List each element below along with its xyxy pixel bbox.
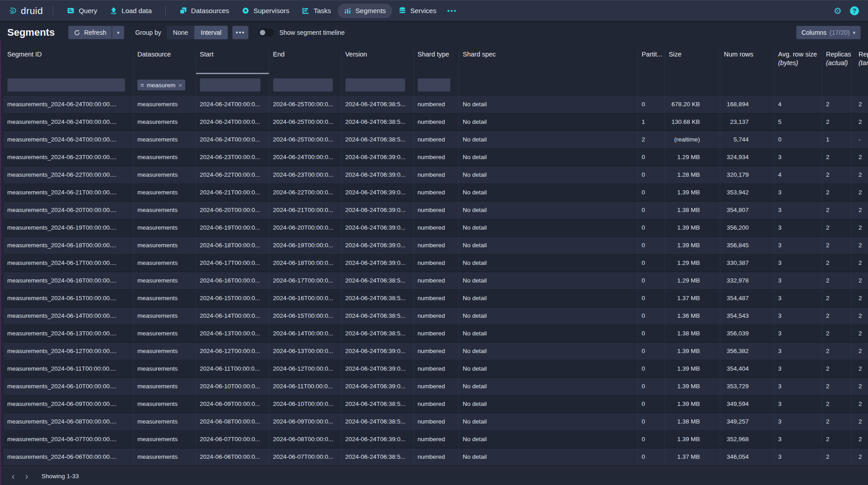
table-row[interactable]: measurements_2024-06-23T00:00:00.... mea… xyxy=(4,149,868,166)
nav-item-tasks[interactable]: Tasks xyxy=(296,4,337,18)
version-cell: 2024-06-24T06:39:0... xyxy=(342,254,414,272)
refresh-button[interactable]: Refresh xyxy=(68,26,112,39)
datasource-cell: measurements xyxy=(134,448,196,466)
nav-more-button[interactable]: ••• xyxy=(443,7,462,14)
column-header-version[interactable]: Version xyxy=(342,50,414,74)
table-row[interactable]: measurements_2024-06-06T00:00:00.... mea… xyxy=(4,448,868,466)
column-header-end[interactable]: End xyxy=(269,50,342,74)
size-cell: 678.20 KB xyxy=(665,96,720,113)
avg-row-size-cell: 3 xyxy=(774,307,822,325)
group-by-interval-button[interactable]: Interval xyxy=(194,26,228,39)
table-row[interactable]: measurements_2024-06-24T00:00:00.... mea… xyxy=(4,131,868,149)
shard-type-filter-input[interactable] xyxy=(418,78,450,92)
group-by-none-button[interactable]: None xyxy=(167,26,194,39)
segment-id-cell[interactable]: measurements_2024-06-12T00:00:00.... xyxy=(4,343,134,360)
size-cell: 1.29 MB xyxy=(665,254,720,272)
segment-id-cell[interactable]: measurements_2024-06-23T00:00:00.... xyxy=(4,149,134,166)
table-row[interactable]: measurements_2024-06-22T00:00:00.... mea… xyxy=(4,166,868,184)
segment-id-filter-input[interactable] xyxy=(7,78,125,92)
previous-page-button[interactable]: ‹ xyxy=(6,470,20,483)
table-row[interactable]: measurements_2024-06-17T00:00:00.... mea… xyxy=(4,254,868,272)
datasource-cell: measurements xyxy=(134,325,196,342)
start-filter-input[interactable] xyxy=(200,78,261,92)
settings-gear-icon[interactable]: ⚙ xyxy=(834,6,842,15)
table-row[interactable]: measurements_2024-06-24T00:00:00.... mea… xyxy=(4,113,868,131)
show-segment-timeline-toggle[interactable] xyxy=(258,28,274,37)
segment-id-cell[interactable]: measurements_2024-06-09T00:00:00.... xyxy=(4,396,134,413)
segment-id-cell[interactable]: measurements_2024-06-24T00:00:00.... xyxy=(4,96,134,113)
num-rows-cell: 354,404 xyxy=(720,360,774,377)
nav-item-segments[interactable]: Segments xyxy=(338,4,393,18)
nav-item-services[interactable]: Services xyxy=(392,4,443,18)
segment-id-cell[interactable]: measurements_2024-06-10T00:00:00.... xyxy=(4,378,134,395)
showing-status: Showing 1-33 xyxy=(42,473,79,480)
table-row[interactable]: measurements_2024-06-08T00:00:00.... mea… xyxy=(4,413,868,431)
table-row[interactable]: measurements_2024-06-09T00:00:00.... mea… xyxy=(4,396,868,413)
table-row[interactable]: measurements_2024-06-24T00:00:00.... mea… xyxy=(4,96,868,113)
help-icon[interactable]: ? xyxy=(850,6,859,15)
nav-item-label: Services xyxy=(410,7,436,14)
table-row[interactable]: measurements_2024-06-13T00:00:00.... mea… xyxy=(4,325,868,343)
more-options-button[interactable]: ••• xyxy=(232,26,249,39)
table-row[interactable]: measurements_2024-06-20T00:00:00.... mea… xyxy=(4,202,868,219)
num-rows-cell: 330,387 xyxy=(720,254,774,272)
segment-id-cell[interactable]: measurements_2024-06-07T00:00:00.... xyxy=(4,431,134,448)
next-page-button[interactable]: › xyxy=(20,470,33,483)
segment-id-cell[interactable]: measurements_2024-06-14T00:00:00.... xyxy=(4,307,134,325)
table-row[interactable]: measurements_2024-06-10T00:00:00.... mea… xyxy=(4,378,868,396)
replicas-cell: 2 xyxy=(822,149,851,166)
table-row[interactable]: measurements_2024-06-07T00:00:00.... mea… xyxy=(4,431,868,448)
segment-id-cell[interactable]: measurements_2024-06-13T00:00:00.... xyxy=(4,325,134,342)
segment-id-cell[interactable]: measurements_2024-06-15T00:00:00.... xyxy=(4,290,134,307)
nav-item-query[interactable]: Query xyxy=(61,4,103,18)
replication-factor-cell: 2 xyxy=(851,237,868,254)
column-header-partition[interactable]: Partit... xyxy=(638,50,665,74)
druid-logo[interactable]: druid xyxy=(6,5,46,16)
table-row[interactable]: measurements_2024-06-14T00:00:00.... mea… xyxy=(4,307,868,325)
segment-id-cell[interactable]: measurements_2024-06-22T00:00:00.... xyxy=(4,166,134,184)
segment-id-cell[interactable]: measurements_2024-06-18T00:00:00.... xyxy=(4,237,134,254)
segment-id-cell[interactable]: measurements_2024-06-24T00:00:00.... xyxy=(4,113,134,131)
segment-id-cell[interactable]: measurements_2024-06-17T00:00:00.... xyxy=(4,254,134,272)
shard-type-cell: numbered xyxy=(414,166,459,184)
table-row[interactable]: measurements_2024-06-18T00:00:00.... mea… xyxy=(4,237,868,254)
end-filter-input[interactable] xyxy=(273,78,333,92)
segment-id-cell[interactable]: measurements_2024-06-24T00:00:00.... xyxy=(4,131,134,148)
segment-id-cell[interactable]: measurements_2024-06-11T00:00:00.... xyxy=(4,360,134,377)
segment-id-cell[interactable]: measurements_2024-06-19T00:00:00.... xyxy=(4,219,134,236)
segment-id-cell[interactable]: measurements_2024-06-20T00:00:00.... xyxy=(4,202,134,219)
segment-id-cell[interactable]: measurements_2024-06-08T00:00:00.... xyxy=(4,413,134,430)
columns-dropdown-button[interactable]: Columns (17/20) ▾ xyxy=(796,26,861,39)
end-cell: 2024-06-19T00:00:0... xyxy=(269,237,342,254)
column-header-size[interactable]: Size xyxy=(665,50,720,74)
nav-item-load-data[interactable]: Load data xyxy=(103,4,158,18)
start-cell: 2024-06-18T00:00:0... xyxy=(196,237,269,254)
nav-item-datasources[interactable]: Datasources xyxy=(173,4,235,18)
column-header-shard-spec[interactable]: Shard spec xyxy=(459,50,638,74)
segment-id-cell[interactable]: measurements_2024-06-06T00:00:00.... xyxy=(4,448,134,466)
column-header-shard-type[interactable]: Shard type xyxy=(414,50,459,74)
column-header-start[interactable]: Start xyxy=(196,50,269,74)
column-header-avg-row-size[interactable]: Avg. row size(bytes) xyxy=(774,50,822,74)
column-header-replicas[interactable]: Replicas(actual) xyxy=(822,50,851,74)
nav-item-supervisors[interactable]: Supervisors xyxy=(235,4,296,18)
column-header-num-rows[interactable]: Num rows xyxy=(720,50,774,74)
table-row[interactable]: measurements_2024-06-12T00:00:00.... mea… xyxy=(4,343,868,360)
table-row[interactable]: measurements_2024-06-19T00:00:00.... mea… xyxy=(4,219,868,237)
refresh-dropdown-button[interactable]: ▾ xyxy=(112,26,124,39)
segment-id-cell[interactable]: measurements_2024-06-16T00:00:00.... xyxy=(4,272,134,289)
segment-id-cell[interactable]: measurements_2024-06-21T00:00:00.... xyxy=(4,184,134,201)
table-row[interactable]: measurements_2024-06-16T00:00:00.... mea… xyxy=(4,272,868,290)
column-header-replication-factor[interactable]: Replication factor(target) xyxy=(851,50,868,74)
version-filter-input[interactable] xyxy=(345,78,405,92)
close-icon[interactable]: × xyxy=(178,81,182,89)
table-row[interactable]: measurements_2024-06-15T00:00:00.... mea… xyxy=(4,290,868,307)
table-row[interactable]: measurements_2024-06-11T00:00:00.... mea… xyxy=(4,360,868,378)
datasource-filter-tag[interactable]: = measurem × xyxy=(137,80,185,90)
column-header-datasource[interactable]: Datasource xyxy=(134,50,196,74)
replication-factor-cell: 2 xyxy=(851,113,868,131)
column-header-segment-id[interactable]: Segment ID xyxy=(4,50,134,74)
shard-spec-cell: No detail xyxy=(459,149,638,166)
datasource-cell: measurements xyxy=(134,113,196,131)
table-row[interactable]: measurements_2024-06-21T00:00:00.... mea… xyxy=(4,184,868,202)
